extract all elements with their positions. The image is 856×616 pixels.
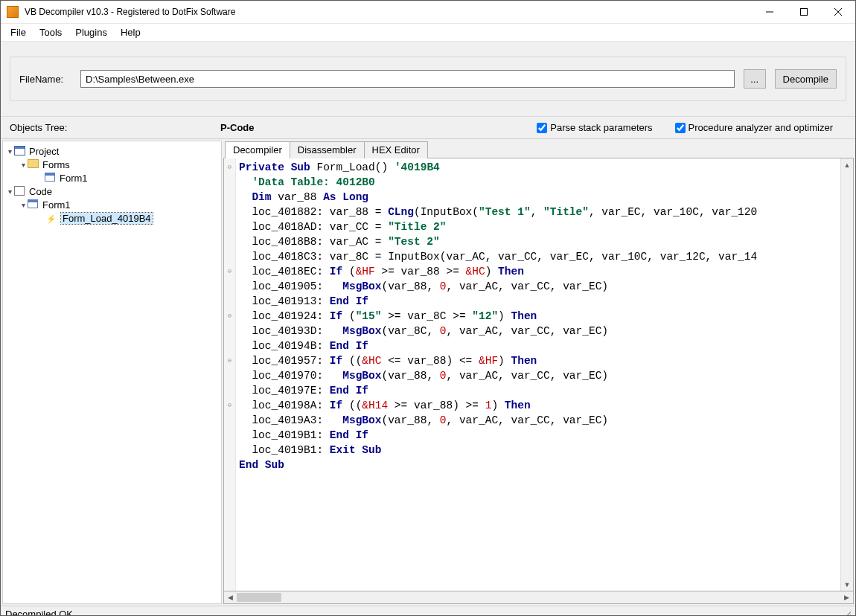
scroll-thumb[interactable] [237,593,281,602]
filename-label: FileName: [19,74,71,85]
scroll-track[interactable] [237,591,840,603]
svg-rect-1 [801,9,808,16]
parse-stack-input[interactable] [537,123,547,133]
mid-header: Objects Tree: P-Code Parse stack paramet… [1,117,855,139]
parse-stack-label: Parse stack parameters [550,122,652,133]
objects-tree[interactable]: ▾Project ▾Forms Form1 ▾Code ▾Form1 Form_… [2,141,222,604]
scroll-right-icon[interactable]: ▶ [840,591,853,604]
code-icon [14,186,26,196]
main-split: ▾Project ▾Forms Form1 ▾Code ▾Form1 Form_… [1,139,855,606]
folder-icon [28,159,39,170]
window-title: VB Decompiler v10.3 - Registered to DotF… [25,7,753,17]
status-text: Decompiled OK [5,609,73,616]
tab-decompiler[interactable]: Decompiler [225,141,290,158]
objects-tree-label: Objects Tree: [1,122,220,133]
tree-form1[interactable]: Form1 [3,171,221,185]
parse-stack-checkbox[interactable]: Parse stack parameters [537,122,652,133]
method-icon [46,213,58,223]
menu-plugins[interactable]: Plugins [68,25,114,40]
statusbar: Decompiled OK [1,606,855,616]
right-pane: Decompiler Disassembler HEX Editor ⊖ ⊖ ⊖… [223,141,854,604]
tab-hex[interactable]: HEX Editor [364,141,428,158]
file-panel: FileName: ... Decompile [10,57,846,101]
close-button[interactable] [821,1,855,23]
maximize-button[interactable] [787,1,821,23]
form-icon [28,199,39,210]
minimize-button[interactable] [753,1,787,23]
form-icon [45,173,57,183]
scroll-left-icon[interactable]: ◀ [224,591,237,604]
titlebar: VB Decompiler v10.3 - Registered to DotF… [1,1,855,24]
pcode-label: P-Code [220,122,354,133]
app-icon [7,6,19,18]
code-area: ⊖ ⊖ ⊖ ⊖ ⊖ Private Sub Form_Load() '4019B… [223,158,854,591]
menu-tools[interactable]: Tools [33,25,68,40]
code-gutter: ⊖ ⊖ ⊖ ⊖ ⊖ [224,158,236,591]
tree-method[interactable]: Form_Load_4019B4 [3,211,221,225]
scroll-down-icon[interactable]: ▼ [841,578,853,591]
menubar: File Tools Plugins Help [1,24,855,42]
optimizer-label: Procedure analyzer and optimizer [689,122,833,133]
horizontal-scrollbar[interactable]: ◀ ▶ [223,591,854,604]
scroll-up-icon[interactable]: ▲ [841,158,853,171]
optimizer-checkbox[interactable]: Procedure analyzer and optimizer [675,122,833,133]
file-panel-wrap: FileName: ... Decompile [1,42,855,117]
filename-input[interactable] [80,70,735,88]
code-text[interactable]: Private Sub Form_Load() '4019B4 'Data Ta… [236,158,840,591]
menu-help[interactable]: Help [114,25,147,40]
tree-code[interactable]: ▾Code [3,185,221,198]
tabs: Decompiler Disassembler HEX Editor [223,141,854,158]
tree-project[interactable]: ▾Project [3,144,221,158]
browse-button[interactable]: ... [744,69,766,89]
menu-file[interactable]: File [4,25,33,40]
tree-forms[interactable]: ▾Forms [3,158,221,171]
resize-grip-icon[interactable] [840,609,851,617]
optimizer-input[interactable] [675,123,686,133]
decompile-button[interactable]: Decompile [775,69,837,89]
project-icon [14,146,26,156]
vertical-scrollbar[interactable]: ▲ ▼ [840,158,853,591]
tab-disassembler[interactable]: Disassembler [290,141,365,158]
tree-code-form1[interactable]: ▾Form1 [3,198,221,211]
